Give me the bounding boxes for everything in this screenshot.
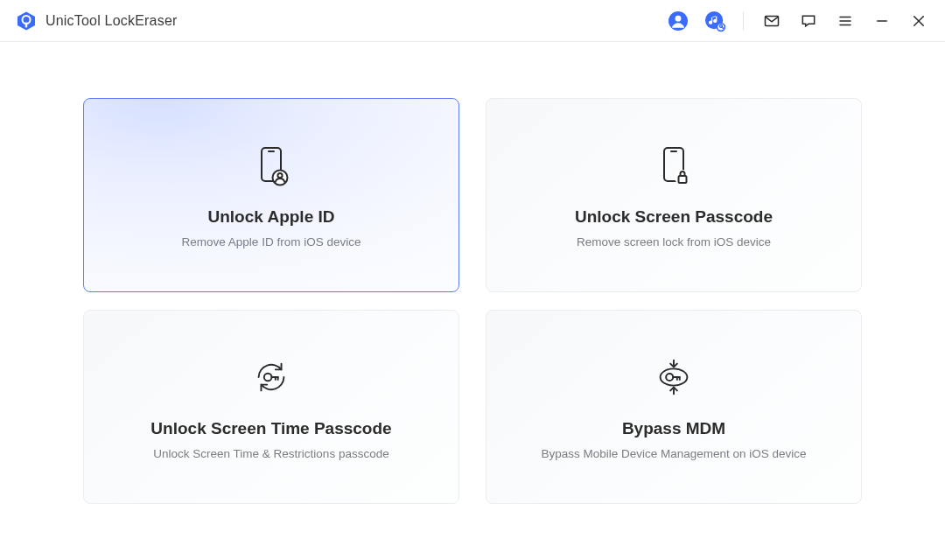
card-unlock-apple-id[interactable]: Unlock Apple ID Remove Apple ID from iOS… (83, 98, 459, 292)
feature-grid: Unlock Apple ID Remove Apple ID from iOS… (83, 98, 862, 504)
account-icon[interactable] (668, 10, 689, 32)
svg-point-31 (666, 373, 673, 380)
card-unlock-screen-time[interactable]: Unlock Screen Time Passcode Unlock Scree… (83, 310, 459, 504)
titlebar-divider (743, 11, 744, 31)
music-app-icon[interactable] (704, 10, 725, 32)
card-title: Unlock Screen Time Passcode (150, 419, 391, 438)
card-title: Unlock Apple ID (208, 207, 335, 227)
card-subtitle: Remove screen lock from iOS device (577, 235, 771, 248)
mail-icon[interactable] (761, 10, 782, 32)
card-title: Bypass MDM (622, 419, 725, 438)
titlebar-controls (668, 10, 929, 32)
card-bypass-mdm[interactable]: Bypass MDM Bypass Mobile Device Manageme… (486, 310, 862, 504)
svg-rect-2 (25, 22, 28, 27)
main-content: Unlock Apple ID Remove Apple ID from iOS… (0, 42, 945, 560)
svg-point-24 (264, 373, 272, 381)
refresh-key-icon (249, 354, 293, 400)
app-title: UnicTool LockEraser (46, 13, 178, 29)
minimize-icon[interactable] (872, 10, 892, 32)
close-icon[interactable] (908, 10, 929, 32)
menu-icon[interactable] (835, 10, 856, 32)
card-subtitle: Remove Apple ID from iOS device (182, 235, 361, 248)
card-subtitle: Unlock Screen Time & Restrictions passco… (153, 447, 388, 460)
card-unlock-screen-passcode[interactable]: Unlock Screen Passcode Remove screen loc… (486, 98, 862, 292)
app-window: UnicTool LockEraser (0, 0, 945, 560)
card-title: Unlock Screen Passcode (575, 207, 773, 227)
phone-lock-icon (651, 143, 696, 188)
card-subtitle: Bypass Mobile Device Management on iOS d… (541, 447, 806, 460)
svg-line-8 (722, 26, 724, 28)
titlebar: UnicTool LockEraser (0, 0, 945, 42)
brand: UnicTool LockEraser (16, 10, 178, 32)
chat-icon[interactable] (798, 10, 819, 32)
phone-user-icon (248, 143, 294, 188)
svg-point-4 (676, 15, 682, 21)
compress-key-icon (652, 354, 696, 400)
app-logo-icon (16, 10, 37, 32)
